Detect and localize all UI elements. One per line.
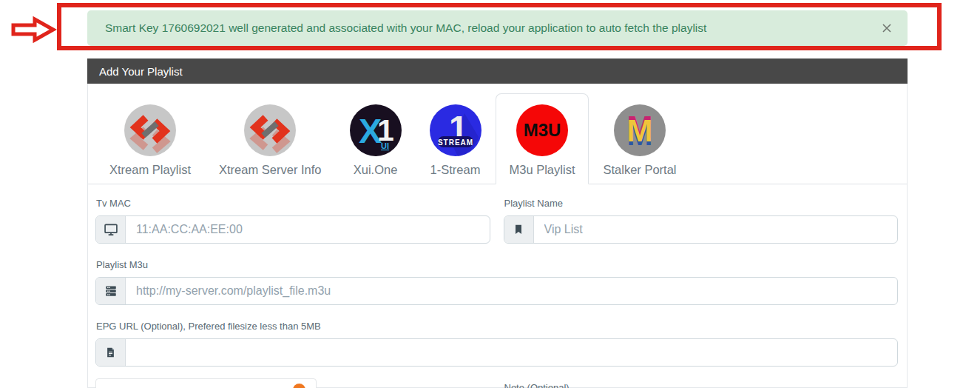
svg-text:M: M bbox=[626, 113, 652, 148]
epg-url-input[interactable] bbox=[126, 339, 897, 366]
close-icon bbox=[881, 22, 893, 34]
epg-url-label: EPG URL (Optional), Prefered filesize le… bbox=[96, 321, 898, 332]
card-body: Xtream Playlist Xtream Server Info bbox=[87, 84, 908, 388]
tv-mac-input[interactable] bbox=[126, 216, 490, 243]
file-icon bbox=[105, 346, 116, 359]
playlist-name-label: Playlist Name bbox=[504, 198, 899, 209]
playlist-m3u-addon bbox=[96, 278, 126, 304]
tab-one-stream[interactable]: 1 STREAM 1-Stream bbox=[416, 93, 496, 184]
tab-label: Xtream Playlist bbox=[109, 163, 191, 177]
tv-mac-label: Tv MAC bbox=[96, 198, 490, 209]
bottom-partial-panel[interactable] bbox=[95, 378, 317, 388]
tab-stalker-portal[interactable]: M M M Stalker Portal bbox=[589, 93, 690, 184]
svg-text:M3U: M3U bbox=[524, 120, 561, 140]
playlist-card: Add Your Playlist Xtream Playl bbox=[87, 58, 908, 388]
xtream-server-info-icon bbox=[244, 104, 296, 156]
playlist-m3u-input[interactable] bbox=[126, 278, 897, 304]
one-stream-icon: 1 STREAM bbox=[430, 104, 481, 156]
xtream-playlist-icon bbox=[124, 104, 176, 156]
alert-message: Smart Key 1760692021 well generated and … bbox=[105, 21, 879, 35]
note-label: Note (Optional) bbox=[504, 382, 899, 388]
card-title: Add Your Playlist bbox=[87, 58, 908, 84]
m3u-playlist-icon: M3U bbox=[516, 104, 568, 156]
alert-close-button[interactable] bbox=[879, 21, 894, 36]
stalker-portal-icon: M M M bbox=[614, 104, 666, 156]
playlist-type-tabs: Xtream Playlist Xtream Server Info bbox=[88, 84, 907, 184]
tab-label: M3u Playlist bbox=[510, 163, 575, 177]
tab-xui-one[interactable]: X 1 UI Xui.One bbox=[336, 93, 416, 184]
playlist-name-input[interactable] bbox=[534, 216, 898, 243]
tab-m3u-playlist[interactable]: M3U M3u Playlist bbox=[496, 93, 589, 184]
server-list-icon bbox=[104, 284, 118, 298]
tab-xtream-server-info[interactable]: Xtream Server Info bbox=[205, 93, 335, 184]
add-playlist-page: Smart Key 1760692021 well generated and … bbox=[0, 0, 980, 388]
annotation-arrow-icon bbox=[10, 16, 57, 44]
tv-mac-addon bbox=[96, 216, 126, 243]
playlist-form: Tv MAC Playlist Name bbox=[88, 184, 907, 388]
playlist-name-addon bbox=[504, 216, 534, 243]
svg-text:STREAM: STREAM bbox=[437, 138, 473, 147]
xui-one-icon: X 1 UI bbox=[350, 104, 402, 156]
tab-xtream-playlist[interactable]: Xtream Playlist bbox=[95, 93, 205, 184]
tab-label: 1-Stream bbox=[430, 163, 481, 177]
tv-monitor-icon bbox=[104, 222, 118, 237]
success-alert: Smart Key 1760692021 well generated and … bbox=[87, 10, 908, 46]
epg-url-addon bbox=[96, 339, 126, 366]
tab-label: Xtream Server Info bbox=[219, 163, 321, 177]
svg-text:UI: UI bbox=[381, 141, 389, 150]
tab-label: Xui.One bbox=[354, 163, 398, 177]
playlist-m3u-label: Playlist M3u bbox=[96, 259, 898, 270]
orange-indicator-icon bbox=[293, 384, 305, 388]
bookmark-icon bbox=[513, 223, 524, 236]
tab-label: Stalker Portal bbox=[603, 163, 676, 177]
